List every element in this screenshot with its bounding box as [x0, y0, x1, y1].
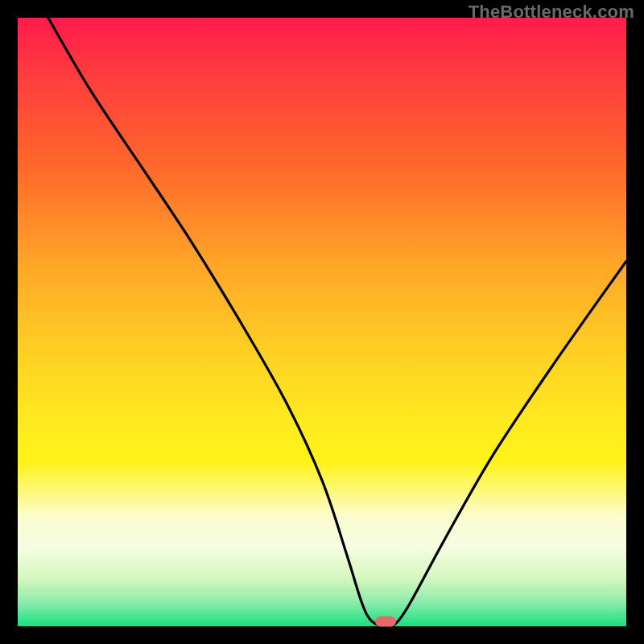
bottleneck-curve: [48, 18, 626, 626]
plot-area: [18, 18, 626, 626]
chart-frame: TheBottleneck.com: [0, 0, 644, 644]
curve-svg: [18, 18, 626, 626]
optimal-marker: [375, 616, 396, 626]
